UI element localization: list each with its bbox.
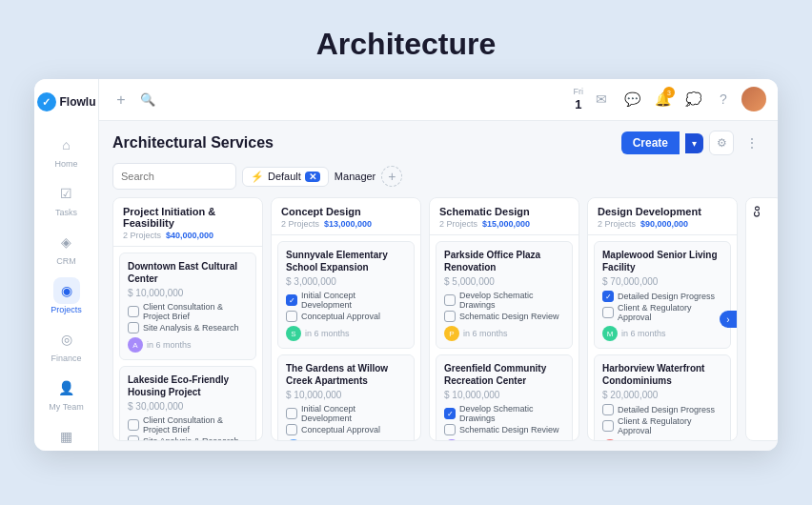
- sidebar-label-finance: Finance: [51, 354, 81, 363]
- home-icon: ⌂: [53, 131, 80, 158]
- kanban-board: Project Initiation & Feasibility 2 Proje…: [99, 197, 778, 451]
- check-icon: [444, 311, 456, 322]
- more-button[interactable]: ⋮: [740, 131, 764, 155]
- check-icon: [602, 404, 614, 415]
- check-icon: [602, 307, 614, 318]
- card-greenfield[interactable]: Greenfield Community Recreation Center $…: [436, 354, 573, 440]
- col-header-3: Schematic Design 2 Projects $15,000,000: [430, 198, 579, 235]
- manager-button[interactable]: Manager: [335, 171, 376, 182]
- filter-icon: ⚡: [251, 171, 264, 183]
- sidebar-item-tasks[interactable]: ☑ Tasks: [34, 175, 98, 222]
- kanban-col-3: Schematic Design 2 Projects $15,000,000 …: [429, 197, 579, 441]
- card-avatar: M: [602, 326, 618, 341]
- col-header-2: Concept Design 2 Projects $13,000,000: [272, 198, 420, 235]
- sidebar-logo: Flowlu: [37, 87, 96, 117]
- content-area: Architectural Services Create ▾ ⚙ ⋮ ⚡ De…: [99, 121, 778, 451]
- content-header: Architectural Services Create ▾ ⚙ ⋮: [99, 121, 778, 163]
- main-content: + 🔍 Fri 1 ✉ 💬 🔔 3 💭 ?: [99, 79, 778, 451]
- help-icon[interactable]: ?: [711, 87, 736, 111]
- card-lakeside[interactable]: Lakeside Eco-Friendly Housing Project $ …: [119, 366, 256, 440]
- topbar-actions: + 🔍: [111, 90, 158, 111]
- col-title-4: Design Development: [598, 206, 727, 217]
- col-cards-4: Maplewood Senior Living Facility $ 70,00…: [588, 235, 737, 440]
- add-filter-button[interactable]: +: [381, 166, 402, 187]
- card-avatar: P: [444, 326, 459, 341]
- sidebar-label-home: Home: [54, 159, 77, 169]
- myteam-icon: 👤: [53, 374, 80, 401]
- sidebar-label-crm: CRM: [56, 256, 76, 266]
- check-icon: [286, 424, 297, 435]
- bell-icon[interactable]: 🔔 3: [650, 87, 675, 111]
- check-icon: [444, 424, 456, 435]
- content-title: Architectural Services: [112, 134, 621, 152]
- sidebar-label-tasks: Tasks: [55, 208, 77, 217]
- settings-button[interactable]: ⚙: [709, 131, 734, 155]
- card-avatar: G: [286, 439, 301, 440]
- col-cards-2: Sunnyvale Elementary School Expansion $ …: [272, 235, 420, 440]
- sidebar-item-agile[interactable]: ▦ Agile: [34, 418, 98, 451]
- filter-button[interactable]: ⚡ Default ✕: [242, 167, 329, 187]
- message-icon[interactable]: 💬: [619, 87, 644, 111]
- check-icon: [128, 306, 139, 317]
- kanban-col-4: Design Development 2 Projects $90,000,00…: [587, 197, 738, 441]
- check-icon: [128, 419, 139, 431]
- app-window: Flowlu ⌂ Home ☑ Tasks ◈ CRM ◉ Projects ◎…: [34, 79, 778, 451]
- check-icon: [286, 311, 297, 322]
- card-gardens[interactable]: The Gardens at Willow Creek Apartments $…: [277, 354, 415, 440]
- check-done-icon: ✓: [602, 291, 614, 302]
- card-parkside[interactable]: Parkside Office Plaza Renovation $ 5,000…: [436, 241, 573, 349]
- card-sunnyvale[interactable]: Sunnyvale Elementary School Expansion $ …: [277, 241, 415, 349]
- col-meta-1: 2 Projects $40,000,000: [123, 231, 253, 240]
- mail-icon[interactable]: ✉: [589, 87, 614, 111]
- check-icon: [128, 322, 139, 333]
- kanban-col-5-partial: Co: [745, 197, 778, 441]
- col-partial-header-5: Co: [746, 198, 778, 223]
- notification-badge: 3: [663, 87, 675, 98]
- filter-badge: ✕: [305, 172, 320, 182]
- check-icon: [286, 408, 297, 419]
- card-harborview[interactable]: Harborview Waterfront Condominiums $ 20,…: [594, 354, 731, 440]
- col-meta-4: 2 Projects $90,000,000: [598, 219, 727, 229]
- col-title-2: Concept Design: [281, 206, 411, 217]
- kanban-col-2: Concept Design 2 Projects $13,000,000 Su…: [271, 197, 421, 441]
- agile-icon: ▦: [53, 423, 80, 450]
- col-meta-3: 2 Projects $15,000,000: [439, 219, 569, 229]
- check-done-icon: ✓: [286, 294, 297, 306]
- topbar-date: Fri 1: [574, 87, 584, 111]
- topbar-right: Fri 1 ✉ 💬 🔔 3 💭 ?: [574, 87, 767, 111]
- card-avatar: H: [602, 439, 618, 440]
- col-title-1: Project Initiation & Feasibility: [123, 206, 253, 229]
- sidebar-nav: ⌂ Home ☑ Tasks ◈ CRM ◉ Projects ◎ Financ…: [34, 127, 98, 451]
- sidebar-item-finance[interactable]: ◎ Finance: [34, 321, 98, 368]
- sidebar-item-home[interactable]: ⌂ Home: [34, 127, 98, 173]
- chat-icon[interactable]: 💭: [680, 87, 705, 111]
- search-icon[interactable]: 🔍: [137, 90, 158, 111]
- check-icon: [602, 420, 614, 432]
- col-partial-title-5: Co: [752, 206, 761, 217]
- search-input[interactable]: [112, 163, 236, 190]
- card-avatar: S: [286, 326, 301, 341]
- card-maplewood[interactable]: Maplewood Senior Living Facility $ 70,00…: [594, 241, 731, 349]
- sidebar: Flowlu ⌂ Home ☑ Tasks ◈ CRM ◉ Projects ◎…: [34, 79, 99, 451]
- sidebar-item-projects[interactable]: ◉ Projects: [34, 273, 98, 319]
- check-icon: [128, 435, 139, 440]
- sidebar-item-myteam[interactable]: 👤 My Team: [34, 370, 98, 416]
- topbar: + 🔍 Fri 1 ✉ 💬 🔔 3 💭 ?: [99, 79, 778, 121]
- create-dropdown-button[interactable]: ▾: [685, 133, 703, 153]
- col-cards-3: Parkside Office Plaza Renovation $ 5,000…: [430, 235, 579, 440]
- header-actions: Create ▾ ⚙ ⋮: [621, 131, 764, 155]
- next-column-arrow[interactable]: ›: [720, 311, 737, 328]
- logo-text: Flowlu: [60, 95, 96, 109]
- add-button[interactable]: +: [111, 90, 132, 111]
- user-avatar[interactable]: [741, 87, 766, 111]
- card-avatar: G: [444, 439, 459, 440]
- crm-icon: ◈: [53, 229, 80, 255]
- card-avatar: A: [128, 337, 143, 353]
- filter-label: Default: [268, 171, 301, 182]
- card-downtown[interactable]: Downtown East Cultural Center $ 10,000,0…: [119, 252, 256, 360]
- sidebar-item-crm[interactable]: ◈ CRM: [34, 224, 98, 271]
- sidebar-label-projects: Projects: [51, 305, 82, 314]
- create-button[interactable]: Create: [621, 131, 680, 154]
- check-icon: [444, 294, 456, 306]
- kanban-col-1: Project Initiation & Feasibility 2 Proje…: [112, 197, 263, 441]
